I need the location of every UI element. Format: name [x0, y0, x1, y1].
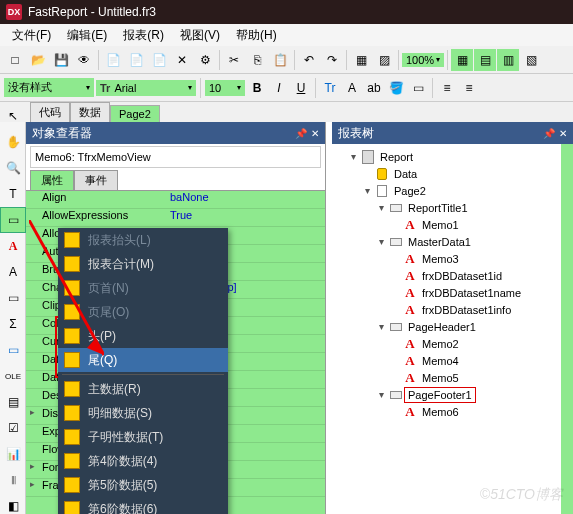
bold-button[interactable]: B	[247, 78, 267, 98]
node-report[interactable]: ▾Report	[334, 148, 571, 165]
text-tool[interactable]: T	[1, 182, 25, 206]
align-center-icon[interactable]: ≡	[459, 78, 479, 98]
pin-icon[interactable]: 📌	[295, 128, 307, 139]
ctx-data5[interactable]: 第5阶数据(5)	[58, 473, 228, 497]
grid1-icon[interactable]: ▦	[451, 49, 473, 71]
node-masterdata[interactable]: ▾MasterData1	[334, 233, 571, 250]
barcode-tool[interactable]: ⫴	[1, 468, 25, 492]
style-select[interactable]: 没有样式	[4, 78, 94, 97]
picture-tool[interactable]: ▭	[1, 286, 25, 310]
frame-icon[interactable]: ▭	[408, 78, 428, 98]
collapse-icon[interactable]: ▾	[376, 203, 386, 213]
fill-color-icon[interactable]: 🪣	[386, 78, 406, 98]
size-select[interactable]: 10	[205, 80, 245, 96]
pin-icon[interactable]: 📌	[543, 128, 555, 139]
zoom-select[interactable]: 100%	[402, 53, 444, 67]
tab-properties[interactable]: 属性	[30, 170, 74, 190]
node-field-name[interactable]: AfrxDBDataset1name	[334, 284, 571, 301]
grid3-icon[interactable]: ▥	[497, 49, 519, 71]
ole-tool[interactable]: OLE	[1, 364, 25, 388]
page2-icon[interactable]: 📄	[125, 49, 147, 71]
gradient-tool[interactable]: ◧	[1, 494, 25, 514]
paste-icon[interactable]: 📋	[269, 49, 291, 71]
redo-icon[interactable]: ↷	[321, 49, 343, 71]
ctx-report-title[interactable]: 报表抬头(L)	[58, 228, 228, 252]
menu-help[interactable]: 帮助(H)	[228, 24, 285, 47]
font-color-icon[interactable]: A	[342, 78, 362, 98]
report-tree[interactable]: ▾Report Data ▾Page2 ▾ReportTitle1 AMemo1…	[332, 144, 573, 514]
format-tool[interactable]: A	[1, 260, 25, 284]
ctx-header[interactable]: 头(P)	[58, 324, 228, 348]
menu-file[interactable]: 文件(F)	[4, 24, 59, 47]
node-memo4[interactable]: AMemo4	[334, 352, 571, 369]
preview-icon[interactable]: 👁	[73, 49, 95, 71]
ctx-footer[interactable]: 尾(Q)	[58, 348, 228, 372]
ctx-page-header[interactable]: 页首(N)	[58, 276, 228, 300]
copy-icon[interactable]: ⎘	[246, 49, 268, 71]
highlight-icon[interactable]: ab	[364, 78, 384, 98]
tab-events[interactable]: 事件	[74, 170, 118, 190]
ctx-detail-data[interactable]: 明细数据(S)	[58, 401, 228, 425]
node-data[interactable]: Data	[334, 165, 571, 182]
chart-tool[interactable]: 📊	[1, 442, 25, 466]
menu-report[interactable]: 报表(R)	[115, 24, 172, 47]
close-icon[interactable]: ✕	[559, 128, 567, 139]
collapse-icon[interactable]: ▾	[376, 237, 386, 247]
collapse-icon[interactable]: ▾	[376, 390, 386, 400]
page-icon[interactable]: 📄	[102, 49, 124, 71]
ctx-master-data[interactable]: 主数据(R)	[58, 377, 228, 401]
node-memo1[interactable]: AMemo1	[334, 216, 571, 233]
menu-view[interactable]: 视图(V)	[172, 24, 228, 47]
collapse-icon[interactable]: ▾	[348, 152, 358, 162]
group-icon[interactable]: ▦	[350, 49, 372, 71]
open-icon[interactable]: 📂	[27, 49, 49, 71]
hand-tool[interactable]: ✋	[1, 130, 25, 154]
node-field-info[interactable]: AfrxDBDataset1info	[334, 301, 571, 318]
collapse-icon[interactable]: ▾	[362, 186, 372, 196]
underline-button[interactable]: U	[291, 78, 311, 98]
page-settings-icon[interactable]: ⚙	[194, 49, 216, 71]
save-icon[interactable]: 💾	[50, 49, 72, 71]
italic-button[interactable]: I	[269, 78, 289, 98]
band-tool[interactable]: ▭	[1, 208, 25, 232]
grid2-icon[interactable]: ▤	[474, 49, 496, 71]
align-left-icon[interactable]: ≡	[437, 78, 457, 98]
selected-object[interactable]: Memo6: TfrxMemoView	[30, 146, 321, 168]
node-field-id[interactable]: AfrxDBDataset1id	[334, 267, 571, 284]
subreport-tool[interactable]: ▭	[1, 338, 25, 362]
grid4-icon[interactable]: ▧	[520, 49, 542, 71]
node-page[interactable]: ▾Page2	[334, 182, 571, 199]
prop-val[interactable]: baNone	[166, 191, 325, 208]
tab-page[interactable]: Page2	[110, 105, 160, 122]
pointer-tool[interactable]: ↖	[1, 104, 25, 128]
collapse-icon[interactable]: ▾	[376, 322, 386, 332]
page-add-icon[interactable]: 📄	[148, 49, 170, 71]
node-reporttitle[interactable]: ▾ReportTitle1	[334, 199, 571, 216]
node-memo2[interactable]: AMemo2	[334, 335, 571, 352]
font-select[interactable]: TrArial	[96, 80, 196, 96]
ctx-report-summary[interactable]: 报表合计(M)	[58, 252, 228, 276]
new-icon[interactable]: □	[4, 49, 26, 71]
node-memo6[interactable]: AMemo6	[334, 403, 571, 420]
ctx-data4[interactable]: 第4阶数据(4)	[58, 449, 228, 473]
sum-tool[interactable]: Σ	[1, 312, 25, 336]
page-del-icon[interactable]: ✕	[171, 49, 193, 71]
ctx-subdetail-data[interactable]: 子明性数据(T)	[58, 425, 228, 449]
node-pagefooter[interactable]: ▾PageFooter1	[334, 386, 571, 403]
ungroup-icon[interactable]: ▨	[373, 49, 395, 71]
ctx-data6[interactable]: 第6阶数据(6)	[58, 497, 228, 514]
node-memo5[interactable]: AMemo5	[334, 369, 571, 386]
font-settings-icon[interactable]: Tr	[320, 78, 340, 98]
cut-icon[interactable]: ✂	[223, 49, 245, 71]
node-memo3[interactable]: AMemo3	[334, 250, 571, 267]
node-pageheader[interactable]: ▾PageHeader1	[334, 318, 571, 335]
zoom-tool[interactable]: 🔍	[1, 156, 25, 180]
close-icon[interactable]: ✕	[311, 128, 319, 139]
rich-tool[interactable]: ▤	[1, 390, 25, 414]
memo-tool[interactable]: A	[1, 234, 25, 258]
menu-edit[interactable]: 编辑(E)	[59, 24, 115, 47]
checkbox-tool[interactable]: ☑	[1, 416, 25, 440]
tab-code[interactable]: 代码	[30, 102, 70, 122]
tab-data[interactable]: 数据	[70, 102, 110, 122]
ctx-page-footer[interactable]: 页尾(O)	[58, 300, 228, 324]
